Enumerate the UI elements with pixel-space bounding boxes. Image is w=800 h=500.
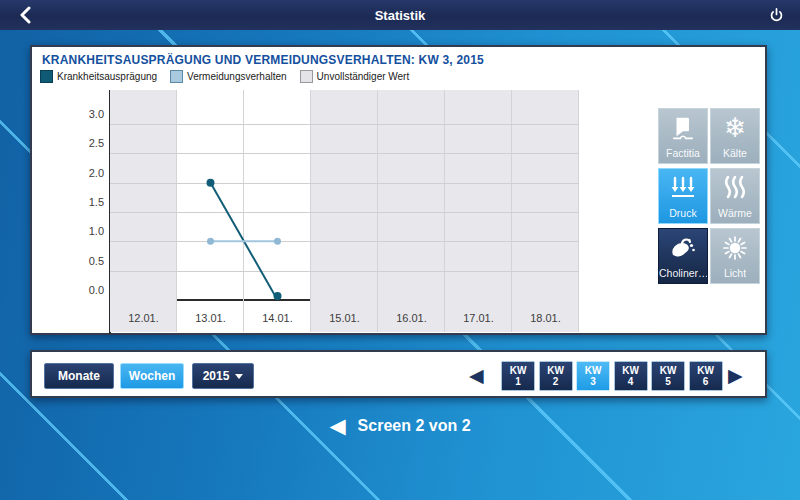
week-button-kw5[interactable]: KW5 (651, 361, 685, 391)
x-axis-label: 18.01. (512, 312, 579, 324)
y-axis-label: 0.0 (70, 284, 104, 296)
chart-card: KRANKHEITSAUSPRÄGUNG UND VERMEIDUNGSVERH… (30, 45, 767, 335)
heat-icon (722, 169, 748, 207)
legend-label: Krankheitsausprägung (57, 71, 157, 82)
y-axis-label: 1.0 (70, 225, 104, 237)
week-label-top: KW (622, 365, 639, 376)
chart-title: KRANKHEITSAUSPRÄGUNG UND VERMEIDUNGSVERH… (42, 53, 484, 67)
year-value: 2015 (203, 369, 230, 383)
trigger-button-factitia[interactable]: Factitia (658, 108, 708, 164)
week-label-top: KW (510, 365, 527, 376)
chart-area: 12.01.13.01.14.01.15.01.16.01.17.01.18.0… (32, 90, 614, 336)
x-axis-label: 13.01. (177, 312, 244, 324)
trigger-button-druck[interactable]: Druck (658, 168, 708, 224)
pager-left-arrow-icon: ◀ (329, 412, 345, 440)
control-bar: Monate Wochen 2015 ◀ KW1KW2KW3KW4KW5KW6 … (30, 350, 767, 398)
week-button-kw6[interactable]: KW6 (689, 361, 723, 391)
pager-text: Screen 2 von 2 (358, 417, 471, 435)
x-axis-label: 15.01. (311, 312, 378, 324)
chart-plot: 12.01.13.01.14.01.15.01.16.01.17.01.18.0… (110, 90, 579, 332)
weeks-prev-button[interactable]: ◀ (469, 364, 484, 388)
week-label-number: 5 (665, 376, 671, 387)
sun-icon (720, 229, 750, 267)
chevron-down-icon (235, 374, 243, 379)
week-label-top: KW (660, 365, 677, 376)
page-title: Statistik (375, 8, 426, 23)
x-axis-label: 17.01. (445, 312, 512, 324)
week-label-number: 4 (628, 376, 634, 387)
snowflake-icon: ❄ (724, 109, 747, 147)
year-dropdown[interactable]: 2015 (192, 363, 254, 389)
power-button[interactable] (764, 4, 788, 26)
legend-item: Krankheitsausprägung (40, 70, 157, 83)
trigger-label: Wärme (718, 207, 752, 223)
top-bar: Statistik (0, 0, 800, 30)
wochen-button[interactable]: Wochen (120, 363, 184, 389)
legend-swatch (300, 70, 313, 83)
legend-swatch (170, 70, 183, 83)
week-label-number: 6 (703, 376, 709, 387)
legend-swatch (40, 70, 53, 83)
week-label-top: KW (547, 365, 564, 376)
screen-pager[interactable]: ◀ Screen 2 von 2 (0, 411, 800, 441)
legend-label: Vermeidungsverhalten (187, 71, 287, 82)
trigger-button-licht[interactable]: Licht (710, 228, 760, 284)
back-chevron-icon (19, 6, 33, 24)
chart-legend: KrankheitsausprägungVermeidungsverhalten… (40, 70, 422, 83)
trigger-label: Kälte (723, 147, 747, 163)
monate-button[interactable]: Monate (44, 363, 114, 389)
y-axis-label: 2.5 (70, 137, 104, 149)
trigger-button-choliner[interactable]: Choliner… (658, 228, 708, 284)
week-label-number: 1 (515, 376, 521, 387)
week-label-top: KW (697, 365, 714, 376)
power-icon (768, 7, 785, 24)
y-axis-label: 2.0 (70, 167, 104, 179)
y-axis-label: 3.0 (70, 108, 104, 120)
legend-item: Unvollständiger Wert (300, 70, 410, 83)
trigger-label: Licht (724, 267, 746, 283)
week-button-kw2[interactable]: KW2 (539, 361, 573, 391)
week-button-kw4[interactable]: KW4 (614, 361, 648, 391)
chart-series-svg (110, 90, 579, 300)
x-axis-label: 12.01. (110, 312, 177, 324)
y-axis-label: 0.5 (70, 255, 104, 267)
week-label-top: KW (585, 365, 602, 376)
legend-label: Unvollständiger Wert (317, 71, 410, 82)
x-axis-label: 14.01. (244, 312, 311, 324)
factitia-icon (670, 109, 696, 147)
week-button-kw1[interactable]: KW1 (501, 361, 535, 391)
week-label-number: 2 (553, 376, 559, 387)
trigger-label: Choliner… (659, 267, 707, 283)
cholinergic-icon (669, 229, 697, 267)
y-axis-label: 1.5 (70, 196, 104, 208)
week-button-kw3[interactable]: KW3 (576, 361, 610, 391)
weeks-next-button[interactable]: ▶ (728, 364, 743, 388)
pressure-icon (669, 169, 697, 207)
legend-item: Vermeidungsverhalten (170, 70, 287, 83)
trigger-label: Druck (669, 207, 696, 223)
app-screen: Statistik KRANKHEITSAUSPRÄGUNG UND VERME… (0, 0, 800, 500)
week-label-number: 3 (590, 376, 596, 387)
trigger-button-klte[interactable]: ❄Kälte (710, 108, 760, 164)
trigger-label: Factitia (666, 147, 700, 163)
trigger-button-wrme[interactable]: Wärme (710, 168, 760, 224)
x-axis-label: 16.01. (378, 312, 445, 324)
back-button[interactable] (14, 4, 38, 26)
